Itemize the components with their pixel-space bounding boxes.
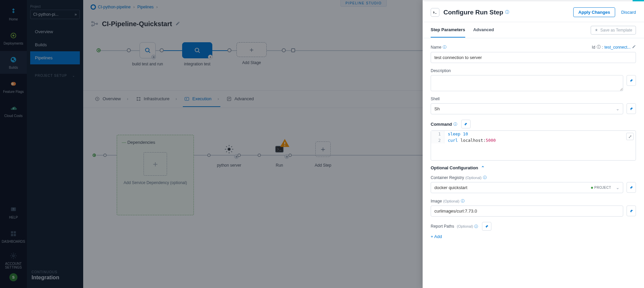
tab-infrastructure[interactable]: Infrastructure › [135, 92, 178, 107]
edit-id-icon[interactable] [632, 45, 636, 50]
crumb-project[interactable]: CI-python-pipeline [98, 5, 130, 9]
code-token: curl [448, 138, 461, 143]
pipeline-start[interactable] [97, 48, 101, 52]
rail-builds[interactable]: Builds [0, 51, 27, 74]
step-python-server[interactable]: ⋔ [221, 141, 237, 157]
continuous-label: CONTINUOUS [32, 270, 78, 274]
optional-text: (Optional) [457, 224, 473, 228]
pin-button[interactable] [627, 103, 636, 114]
svg-point-23 [139, 97, 140, 98]
tab-execution-label: Execution [192, 96, 211, 101]
pin-button[interactable] [482, 222, 491, 231]
dashboards-icon [9, 230, 17, 238]
node-dot [207, 154, 211, 157]
stage-integration[interactable]: ⋔ [182, 42, 212, 58]
info-icon[interactable]: ⓘ [597, 44, 601, 50]
info-icon[interactable]: ⓘ [443, 45, 446, 50]
info-icon[interactable]: ⓘ [505, 9, 509, 15]
chevron-right-icon: › [127, 96, 128, 101]
image-label: Image [431, 199, 442, 204]
pin-button[interactable] [627, 75, 636, 86]
stage-build[interactable]: ⋔ [140, 42, 156, 58]
pipeline-end [291, 48, 295, 52]
container-registry-select[interactable]: docker quickstart PROJECT ⌄ [431, 182, 623, 193]
pipeline-icon [91, 20, 99, 28]
node-dot [127, 48, 131, 52]
discard-link[interactable]: Discard [621, 10, 636, 15]
svg-point-21 [97, 98, 98, 99]
pipeline-studio-badge: PIPELINE STUDIO [340, 0, 387, 7]
info-icon[interactable]: ⓘ [483, 175, 487, 180]
info-icon[interactable]: ⓘ [474, 224, 478, 229]
node-dot [103, 154, 107, 157]
run-step-icon [431, 8, 439, 17]
home-icon [9, 7, 17, 15]
pin-button[interactable] [461, 120, 471, 128]
optional-text: (Optional) [465, 176, 481, 180]
code-token: 5000 [486, 138, 496, 143]
add-dependency-button[interactable]: ＋ [144, 152, 167, 176]
rail-cloud-costs[interactable]: $ Cloud Costs [0, 99, 27, 122]
plus-icon: ＋ [319, 144, 327, 154]
image-input[interactable] [431, 206, 623, 217]
stage-sub-badge: ⋔ [208, 55, 213, 59]
tab-advanced-panel[interactable]: Advanced [473, 22, 494, 38]
tab-execution[interactable]: Execution › [183, 92, 220, 107]
configure-step-panel: Configure Run Step ⓘ Apply Changes Disca… [423, 1, 644, 288]
sidebar-pipelines[interactable]: Pipelines [30, 51, 80, 64]
tab-advanced[interactable]: Advanced [225, 92, 255, 107]
node-dot [237, 154, 241, 157]
container-registry-label: Container Registry [431, 175, 464, 180]
tab-infra-label: Infrastructure [144, 96, 170, 101]
sidebar-footer: CONTINUOUS Integration [27, 265, 83, 288]
shell-label: Shell [431, 97, 440, 101]
rail-account-settings[interactable]: ACCOUNT SETTINGS [0, 249, 27, 272]
builds-icon [9, 56, 17, 64]
exec-start[interactable] [93, 154, 96, 157]
info-icon[interactable]: ⓘ [453, 122, 457, 127]
add-stage-button[interactable]: ＋ [236, 42, 267, 57]
rail-home[interactable]: Home [0, 3, 27, 25]
rail-feature-flags[interactable]: Feature Flags [0, 75, 27, 98]
step-run[interactable]: ⋔ [272, 141, 287, 157]
svg-rect-29 [284, 142, 285, 145]
node-dot [160, 48, 164, 52]
optional-config-label: Optional Configuration [431, 165, 478, 170]
user-avatar[interactable]: S [9, 273, 17, 281]
add-step-button[interactable]: ＋ [315, 141, 331, 157]
save-as-template-button[interactable]: Save as Template [591, 26, 636, 35]
info-icon[interactable]: ⓘ [461, 198, 465, 204]
edit-title-icon[interactable] [175, 21, 180, 27]
add-report-path-link[interactable]: + Add [431, 234, 442, 239]
crumb-pipelines[interactable]: Pipelines [137, 5, 154, 9]
dependencies-title: Dependencies [122, 140, 189, 145]
node-dot [258, 154, 261, 157]
pin-button[interactable] [627, 206, 636, 216]
name-input[interactable] [431, 52, 636, 63]
rail-label: ACCOUNT SETTINGS [0, 262, 27, 269]
optional-config-toggle[interactable]: Optional Configuration ⌃ [431, 165, 636, 170]
project-selector[interactable]: CI-python-pi... » [30, 10, 80, 19]
tab-overview[interactable]: Overview › [93, 92, 130, 107]
description-input[interactable] [431, 75, 623, 91]
rail-deployments[interactable]: Deployments [0, 27, 27, 50]
command-editor[interactable]: ⤢ 1sleep 10 2curl localhost:5000 [431, 130, 636, 161]
container-registry-value: docker quickstart [434, 185, 588, 190]
rail-label: Deployments [4, 42, 23, 45]
sidebar-overview[interactable]: Overview [30, 25, 80, 38]
panel-header: Configure Run Step ⓘ Apply Changes Disca… [423, 1, 644, 22]
apply-changes-button[interactable]: Apply Changes [573, 7, 615, 17]
project-setup-label: PROJECT SETUP [35, 74, 67, 77]
expand-editor-button[interactable]: ⤢ [626, 133, 634, 140]
tab-step-parameters[interactable]: Step Parameters [431, 22, 465, 38]
rail-dashboards[interactable]: DASHBOARDS [0, 225, 27, 248]
rail-help[interactable]: ? HELP [0, 201, 27, 224]
tab-overview-label: Overview [103, 96, 121, 101]
sidebar-builds[interactable]: Builds [30, 38, 80, 51]
step-run-label: Run [276, 163, 283, 168]
project-setup-toggle[interactable]: PROJECT SETUP ⌄ [30, 70, 80, 81]
chevron-right-icon: › [218, 96, 219, 101]
shell-select[interactable]: Sh ⌄ [431, 103, 623, 114]
pin-button[interactable] [627, 182, 636, 193]
svg-point-16 [92, 25, 93, 26]
